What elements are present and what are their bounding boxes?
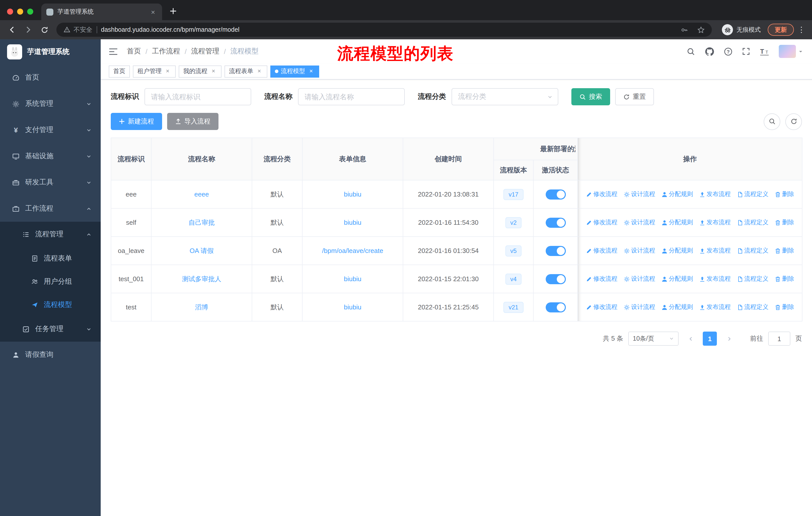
prev-page-button[interactable] [684, 332, 698, 346]
process-definition-link[interactable]: 流程定义 [737, 246, 768, 255]
assign-rule-link[interactable]: 分配规则 [661, 218, 693, 227]
process-definition-link[interactable]: 流程定义 [737, 190, 768, 198]
sidebar-item-user-group[interactable]: 用户分组 [0, 270, 101, 293]
design-process-link[interactable]: 设计流程 [624, 190, 655, 198]
delete-link[interactable]: 删除 [775, 275, 794, 283]
process-name-link[interactable]: OA 请假 [190, 247, 213, 254]
close-icon[interactable]: × [256, 68, 263, 75]
modify-process-link[interactable]: 修改流程 [586, 275, 617, 283]
publish-process-link[interactable]: 发布流程 [699, 190, 731, 198]
refresh-table-button[interactable] [785, 113, 802, 130]
security-indicator[interactable]: 不安全 [63, 25, 92, 34]
current-page-button[interactable]: 1 [703, 332, 717, 346]
sidebar-item-workflow[interactable]: 工作流程 [0, 195, 101, 222]
sidebar-item-task-manage[interactable]: 任务管理 [0, 317, 101, 342]
publish-process-link[interactable]: 发布流程 [699, 303, 731, 311]
modify-process-link[interactable]: 修改流程 [586, 246, 617, 255]
update-button[interactable]: 更新 [768, 24, 794, 36]
publish-process-link[interactable]: 发布流程 [699, 218, 731, 227]
assign-rule-link[interactable]: 分配规则 [661, 303, 693, 311]
modify-process-link[interactable]: 修改流程 [586, 303, 617, 311]
process-name-link[interactable]: 滔博 [195, 303, 208, 311]
zoom-window-button[interactable] [27, 8, 33, 15]
back-button[interactable] [5, 23, 19, 37]
search-button[interactable]: 搜索 [571, 88, 610, 105]
sidebar-item-payment[interactable]: ¥ 支付管理 [0, 117, 101, 143]
process-name-link[interactable]: eeee [194, 190, 209, 198]
toggle-search-button[interactable] [764, 113, 780, 130]
design-process-link[interactable]: 设计流程 [624, 246, 655, 255]
forward-button[interactable] [21, 23, 35, 37]
tab-close-icon[interactable]: × [149, 8, 157, 16]
user-avatar[interactable] [779, 45, 803, 58]
browser-menu-icon[interactable]: ⋮ [796, 25, 807, 34]
address-bar[interactable]: 不安全 dashboard.yudao.iocoder.cn/bpm/manag… [56, 23, 712, 37]
password-key-icon[interactable] [680, 26, 688, 33]
active-toggle[interactable] [546, 217, 566, 227]
sidebar-item-system[interactable]: 系统管理 [0, 91, 101, 117]
help-icon[interactable]: ? [724, 47, 732, 56]
fullscreen-icon[interactable] [742, 47, 750, 55]
process-definition-link[interactable]: 流程定义 [737, 218, 768, 227]
sidebar-item-process-form[interactable]: 流程表单 [0, 247, 101, 270]
import-process-button[interactable]: 导入流程 [167, 113, 219, 130]
process-definition-link[interactable]: 流程定义 [737, 275, 768, 283]
sidebar-item-leave-query[interactable]: 请假查询 [0, 342, 101, 368]
breadcrumb-item[interactable]: 工作流程 [152, 47, 180, 56]
app-logo[interactable]: 芋道管理系统 [0, 39, 101, 64]
goto-page-input[interactable] [768, 332, 790, 346]
hamburger-icon[interactable] [109, 48, 118, 55]
form-info-link[interactable]: biubiu [344, 219, 361, 226]
reset-button[interactable]: 重置 [615, 88, 654, 105]
delete-link[interactable]: 删除 [775, 218, 794, 227]
form-info-link[interactable]: biubiu [344, 303, 361, 311]
process-definition-link[interactable]: 流程定义 [737, 303, 768, 311]
publish-process-link[interactable]: 发布流程 [699, 246, 731, 255]
delete-link[interactable]: 删除 [775, 190, 794, 198]
modify-process-link[interactable]: 修改流程 [586, 190, 617, 198]
url-text[interactable]: dashboard.yudao.iocoder.cn/bpm/manager/m… [101, 26, 671, 33]
close-icon[interactable]: × [308, 68, 315, 75]
next-page-button[interactable] [722, 332, 736, 346]
delete-link[interactable]: 删除 [775, 246, 794, 255]
tag-process-form[interactable]: 流程表单 × [225, 65, 267, 77]
minimize-window-button[interactable] [17, 8, 23, 15]
tag-process-model-active[interactable]: 流程模型 × [270, 65, 319, 77]
form-info-link[interactable]: biubiu [344, 275, 361, 283]
publish-process-link[interactable]: 发布流程 [699, 275, 731, 283]
reload-button[interactable] [37, 23, 51, 37]
process-name-link[interactable]: 自己审批 [188, 218, 215, 226]
process-id-input[interactable] [144, 88, 251, 105]
process-name-input[interactable] [298, 88, 405, 105]
close-icon[interactable]: × [210, 68, 217, 75]
search-icon[interactable] [687, 47, 695, 56]
design-process-link[interactable]: 设计流程 [624, 303, 655, 311]
sidebar-item-devtools[interactable]: 研发工具 [0, 169, 101, 195]
category-select[interactable]: 流程分类 [452, 88, 558, 105]
assign-rule-link[interactable]: 分配规则 [661, 246, 693, 255]
active-toggle[interactable] [546, 302, 566, 312]
font-size-icon[interactable]: TT [760, 47, 769, 56]
design-process-link[interactable]: 设计流程 [624, 218, 655, 227]
sidebar-item-infra[interactable]: 基础设施 [0, 143, 101, 169]
assign-rule-link[interactable]: 分配规则 [661, 190, 693, 198]
tag-home[interactable]: 首页 [109, 65, 130, 77]
close-icon[interactable]: × [164, 68, 171, 75]
assign-rule-link[interactable]: 分配规则 [661, 275, 693, 283]
modify-process-link[interactable]: 修改流程 [586, 218, 617, 227]
page-size-select[interactable]: 10条/页 [628, 332, 678, 346]
breadcrumb-item[interactable]: 流程管理 [191, 47, 220, 56]
process-name-link[interactable]: 测试多审批人 [182, 275, 221, 282]
tag-tenant[interactable]: 租户管理 × [133, 65, 176, 77]
sidebar-item-home[interactable]: 首页 [0, 64, 101, 91]
form-info-link[interactable]: /bpm/oa/leave/create [322, 247, 383, 254]
sidebar-item-process-manage[interactable]: 流程管理 [0, 222, 101, 247]
active-toggle[interactable] [546, 189, 566, 199]
sidebar-item-process-model[interactable]: 流程模型 [0, 293, 101, 317]
form-info-link[interactable]: biubiu [344, 190, 361, 198]
delete-link[interactable]: 删除 [775, 303, 794, 311]
design-process-link[interactable]: 设计流程 [624, 275, 655, 283]
new-tab-button[interactable] [166, 4, 180, 18]
bookmark-star-icon[interactable] [697, 26, 705, 33]
github-icon[interactable] [705, 47, 714, 56]
